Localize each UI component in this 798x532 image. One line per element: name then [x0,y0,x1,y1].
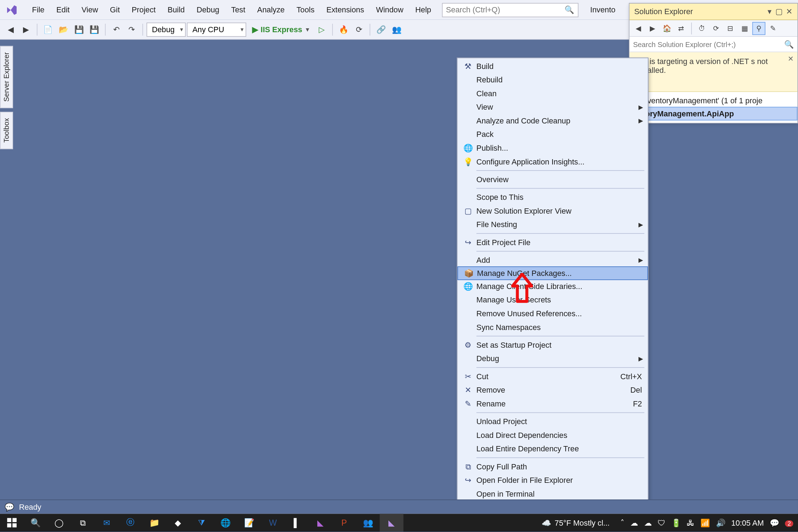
ctx-rebuild[interactable]: Rebuild [457,73,648,87]
taskbar-edge-icon[interactable]: 🌐 [214,514,237,532]
quick-search-box[interactable]: 🔍 [442,3,578,17]
menu-analyze[interactable]: Analyze [251,2,290,18]
se-show-all-icon[interactable]: ▦ [738,22,751,35]
ctx-new-solution-explorer-view[interactable]: ▢New Solution Explorer View [457,204,648,218]
panel-dropdown-icon[interactable]: ▾ [768,7,772,16]
save-all-icon[interactable]: 💾 [87,22,102,36]
tray-chevron-icon[interactable]: ˄ [620,518,625,527]
save-icon[interactable]: 💾 [72,22,86,36]
solution-node[interactable]: n 'InventoryManagement' (1 of 1 proje [630,94,798,107]
tray-battery-icon[interactable]: 🔋 [671,518,681,527]
project-node[interactable]: entoryManagement.ApiApp [630,107,798,121]
cortana-icon[interactable]: ◯ [47,514,71,532]
menu-extensions[interactable]: Extensions [320,2,370,18]
solution-explorer-search[interactable]: 🔍 [630,37,798,52]
se-sync-icon[interactable]: ⟳ [710,22,723,35]
taskbar-explorer-icon[interactable]: 📁 [143,514,166,532]
platform-combo[interactable]: Any CPU [187,22,247,36]
se-switch-views-icon[interactable]: ⇄ [675,22,688,35]
panel-maximize-icon[interactable]: ▢ [775,7,782,16]
config-combo[interactable]: Debug [146,22,186,36]
ctx-edit-project-file[interactable]: ↪Edit Project File [457,236,648,249]
se-properties-icon[interactable]: ✎ [767,22,780,35]
tray-network-icon[interactable]: 🖧 [687,518,694,527]
se-fwd-icon[interactable]: ▶ [646,22,659,35]
ctx-debug[interactable]: Debug▶ [457,352,648,366]
ctx-publish[interactable]: 🌐Publish... [457,141,648,155]
se-preview-icon[interactable]: ⚲ [752,22,765,35]
ctx-add[interactable]: Add▶ [457,253,648,267]
ctx-file-nesting[interactable]: File Nesting▶ [457,218,648,232]
ctx-pack[interactable]: Pack [457,128,648,141]
se-home-icon[interactable]: 🏠 [660,22,673,35]
taskbar-notepad-icon[interactable]: 📝 [237,514,261,532]
hot-reload-icon[interactable]: 🔥 [337,22,351,36]
new-project-icon[interactable]: 📄 [41,22,55,36]
ctx-view[interactable]: View▶ [457,100,648,114]
ctx-remove[interactable]: ✕RemoveDel [457,383,648,397]
dock-tab-server-explorer[interactable]: Server Explorer [0,46,13,108]
status-output-icon[interactable]: 💬 [5,503,14,511]
ctx-scope-to-this[interactable]: Scope to This [457,190,648,204]
ctx-unload-project[interactable]: Unload Project [457,415,648,428]
quick-search-input[interactable] [446,5,553,14]
menu-file[interactable]: File [26,2,51,18]
run-button[interactable]: ▶ IIS Express ▾ [248,22,313,36]
ctx-configure-application-insights[interactable]: 💡Configure Application Insights... [457,155,648,169]
menu-help[interactable]: Help [409,2,437,18]
ctx-load-entire-dependency-tree[interactable]: Load Entire Dependency Tree [457,442,648,456]
tray-notifications-icon[interactable]: 💬 [770,518,779,527]
ctx-open-folder-in-file-explorer[interactable]: ↪Open Folder in File Explorer [457,473,648,487]
nav-fwd-icon[interactable]: ▶ [19,22,33,36]
ctx-manage-user-secrets[interactable]: Manage User Secrets [457,293,648,307]
ctx-clean[interactable]: Clean [457,87,648,100]
menu-build[interactable]: Build [162,2,191,18]
menu-edit[interactable]: Edit [50,2,75,18]
nav-back-icon[interactable]: ◀ [4,22,18,36]
ctx-open-in-terminal[interactable]: Open in Terminal [457,487,648,501]
tray-volume-icon[interactable]: 🔊 [716,518,725,527]
live-share-icon[interactable]: 👥 [389,22,404,36]
taskbar-vs-icon[interactable]: ◣ [308,514,332,532]
refresh-icon[interactable]: ⟳ [352,22,366,36]
solution-explorer-titlebar[interactable]: Solution Explorer ▾ ▢ ✕ [630,4,798,20]
taskbar-word-icon[interactable]: W [261,514,285,532]
solution-explorer-search-input[interactable] [633,40,794,48]
ctx-overview[interactable]: Overview [457,173,648,186]
se-filter-icon[interactable]: ⏱ [695,22,709,35]
ctx-load-direct-dependencies[interactable]: Load Direct Dependencies [457,428,648,442]
browser-link-icon[interactable]: 🔗 [374,22,388,36]
ctx-rename[interactable]: ✎RenameF2 [457,397,648,411]
se-collapse-icon[interactable]: ⊟ [724,22,737,35]
tray-time[interactable]: 10:05 AM [731,518,764,527]
taskbar-weather[interactable]: ☁️ 75°F Mostly cl... [542,518,609,527]
ctx-set-as-startup-project[interactable]: ⚙Set as Startup Project [457,338,648,352]
menu-window[interactable]: Window [370,2,409,18]
taskbar-search-icon[interactable]: 🔍 [24,514,47,532]
tray-security-icon[interactable]: 🛡 [658,518,665,527]
menu-debug[interactable]: Debug [191,2,225,18]
menu-project[interactable]: Project [126,2,161,18]
menu-view[interactable]: View [76,2,104,18]
tray-wifi-icon[interactable]: 📶 [700,518,710,527]
taskbar-app-icon[interactable]: ◆ [166,514,190,532]
ctx-manage-client-side-libraries[interactable]: 🌐Manage Client-Side Libraries... [457,279,648,293]
se-back-icon[interactable]: ◀ [632,22,645,35]
tray-onedrive2-icon[interactable]: ☁ [644,518,652,527]
ctx-cut[interactable]: ✂CutCtrl+X [457,370,648,383]
undo-icon[interactable]: ↶ [109,22,123,36]
start-without-debug-icon[interactable]: ▷ [315,22,329,36]
ctx-copy-full-path[interactable]: ⧉Copy Full Path [457,460,648,474]
taskbar-terminal-icon[interactable]: ▌ [285,514,308,532]
warning-close-icon[interactable]: ✕ [788,54,794,63]
ctx-build[interactable]: ⚒Build [457,59,648,73]
ctx-remove-unused-references[interactable]: Remove Unused References... [457,307,648,320]
task-view-icon[interactable]: ⧉ [71,514,95,532]
menu-tools[interactable]: Tools [290,2,320,18]
tray-onedrive-icon[interactable]: ☁ [630,518,638,527]
ctx-analyze-and-code-cleanup[interactable]: Analyze and Code Cleanup▶ [457,114,648,128]
taskbar-ie-icon[interactable]: ⓔ [118,514,142,532]
start-button-icon[interactable] [0,514,24,532]
dock-tab-toolbox[interactable]: Toolbox [0,112,13,149]
taskbar-vs-active-icon[interactable]: ◣ [380,514,403,532]
